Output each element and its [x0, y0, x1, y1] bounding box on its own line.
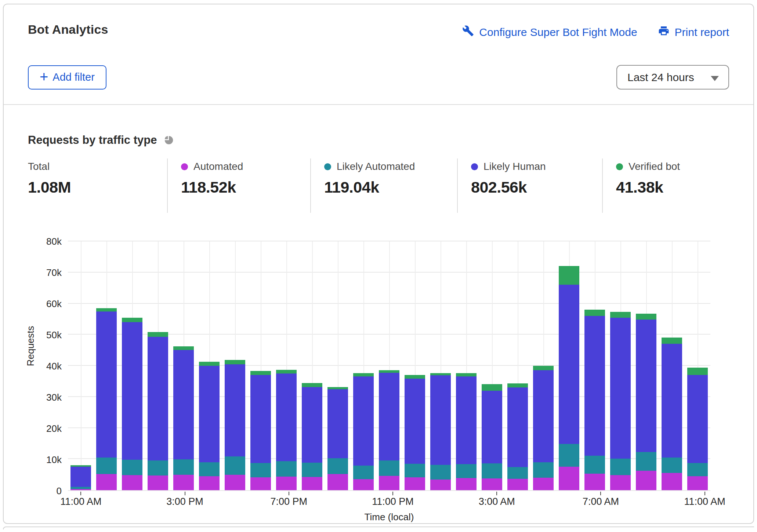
stacked-bar-200am: [456, 373, 476, 491]
bar-segment-automated: [353, 479, 373, 490]
x-tick-label: 3:00 PM: [166, 496, 203, 507]
bar-segment-verified-bot: [584, 310, 605, 316]
bar-segment-likely-human: [559, 285, 579, 444]
bar-segment-likely-human: [456, 376, 476, 464]
bar-segment-automated: [482, 478, 502, 490]
header-links: Configure Super Bot Fight Mode Print rep…: [462, 25, 729, 39]
bar-segment-automated: [327, 474, 348, 490]
bar-segment-verified-bot: [353, 373, 373, 376]
bar-segment-verified-bot: [533, 366, 553, 370]
stat-likely-human: Likely Human 802.56k: [457, 158, 602, 213]
stacked-bar-900am: [636, 314, 656, 490]
bar-segment-likely-automated: [122, 460, 142, 475]
stacked-bar-1100pm: [379, 370, 399, 490]
bar-segment-verified-bot: [199, 362, 219, 366]
bar-segment-likely-automated: [353, 466, 373, 479]
stacked-bar-1000am: [662, 338, 682, 490]
chevron-down-icon: [711, 76, 719, 81]
bar-segment-likely-human: [96, 311, 116, 458]
bar-segment-verified-bot: [250, 371, 271, 375]
stacked-bar-1100am: [70, 465, 91, 490]
bar-segment-likely-human: [482, 391, 502, 463]
stacked-bar-300am: [482, 384, 502, 490]
stat-likely-automated: Likely Automated 119.04k: [310, 158, 457, 213]
bar-segment-likely-human: [225, 364, 245, 456]
configure-super-bot-fight-mode-link[interactable]: Configure Super Bot Fight Mode: [462, 25, 637, 39]
bar-segment-automated: [276, 477, 296, 490]
stacked-bar-900pm: [327, 387, 348, 490]
bar-segment-likely-automated: [456, 464, 476, 478]
stat-value: 41.38k: [616, 178, 729, 196]
x-tick-label: 11:00 AM: [60, 496, 101, 507]
bar-segment-likely-human: [533, 370, 553, 462]
bar-segment-automated: [379, 476, 399, 490]
x-tick-label: 3:00 AM: [479, 496, 515, 507]
bar-segment-likely-human: [405, 379, 425, 464]
print-report-link[interactable]: Print report: [658, 25, 729, 39]
x-axis-title: Time (local): [68, 511, 710, 523]
bar-segment-automated: [430, 480, 450, 490]
stat-label: Automated: [193, 161, 243, 172]
x-tick-label: 7:00 AM: [583, 496, 619, 507]
bar-segment-likely-automated: [584, 456, 605, 474]
bar-segment-verified-bot: [302, 383, 322, 387]
x-tick: [392, 492, 393, 495]
bar-segment-verified-bot: [96, 308, 116, 311]
bar-segment-verified-bot: [559, 266, 579, 285]
bot-analytics-card: Bot Analytics Configure Super Bot Fight …: [3, 4, 754, 524]
page-title: Bot Analytics: [28, 22, 108, 37]
bar-segment-likely-automated: [687, 463, 707, 476]
stacked-bar-300pm: [173, 346, 193, 490]
bar-segment-likely-human: [122, 322, 142, 460]
bar-segment-verified-bot: [276, 370, 296, 374]
wrench-icon: [462, 25, 474, 39]
stacked-bar-800pm: [302, 383, 322, 490]
configure-link-label: Configure Super Bot Fight Mode: [479, 26, 637, 39]
bar-segment-likely-human: [662, 344, 682, 458]
bar-segment-likely-automated: [405, 464, 425, 477]
bar-segment-likely-human: [584, 316, 605, 456]
bar-segment-verified-bot: [456, 373, 476, 376]
stat-label: Likely Human: [483, 161, 546, 172]
add-filter-button[interactable]: + Add filter: [28, 65, 106, 90]
bar-segment-automated: [225, 475, 245, 490]
bar-segment-verified-bot: [610, 312, 630, 318]
y-tick-label: 10k: [46, 454, 62, 466]
bar-segment-likely-human: [302, 387, 322, 463]
bar-segment-likely-automated: [148, 460, 168, 475]
x-tick: [496, 492, 497, 495]
y-tick-label: 20k: [46, 423, 62, 434]
bar-segment-automated: [662, 473, 682, 490]
bar-segment-likely-human: [636, 320, 656, 452]
bar-segment-likely-human: [173, 350, 193, 459]
stacked-bar-1200pm: [96, 308, 116, 490]
y-axis: 010k20k30k40k50k60k70k80k: [4, 241, 65, 491]
stat-label: Total: [28, 161, 50, 172]
y-tick-label: 80k: [46, 236, 62, 247]
bar-segment-automated: [302, 477, 322, 490]
bar-segment-automated: [687, 476, 707, 490]
y-tick-label: 0: [57, 485, 62, 497]
stacked-bar-500pm: [225, 360, 245, 490]
y-tick-label: 30k: [46, 392, 62, 403]
bar-segment-likely-human: [250, 375, 271, 463]
likely-automated-dot: [324, 163, 331, 170]
bar-segment-likely-automated: [482, 463, 502, 478]
bar-segment-verified-bot: [507, 383, 528, 387]
bar-segment-verified-bot: [225, 360, 245, 364]
bar-segment-likely-automated: [533, 462, 553, 478]
x-tick: [289, 492, 289, 495]
printer-icon: [658, 25, 670, 39]
pie-chart-icon: [163, 135, 174, 146]
x-tick-label: 11:00 PM: [372, 496, 414, 507]
bar-segment-automated: [610, 475, 630, 490]
bar-segment-verified-bot: [327, 387, 348, 390]
bar-segment-verified-bot: [405, 375, 425, 378]
bar-segment-automated: [96, 474, 116, 490]
stat-value: 802.56k: [471, 178, 602, 196]
bar-segment-verified-bot: [482, 384, 502, 391]
bar-segment-automated: [199, 476, 219, 490]
stacked-bar-600am: [559, 266, 579, 490]
time-range-select[interactable]: Last 24 hours: [616, 65, 729, 90]
bar-segment-verified-bot: [173, 346, 193, 350]
